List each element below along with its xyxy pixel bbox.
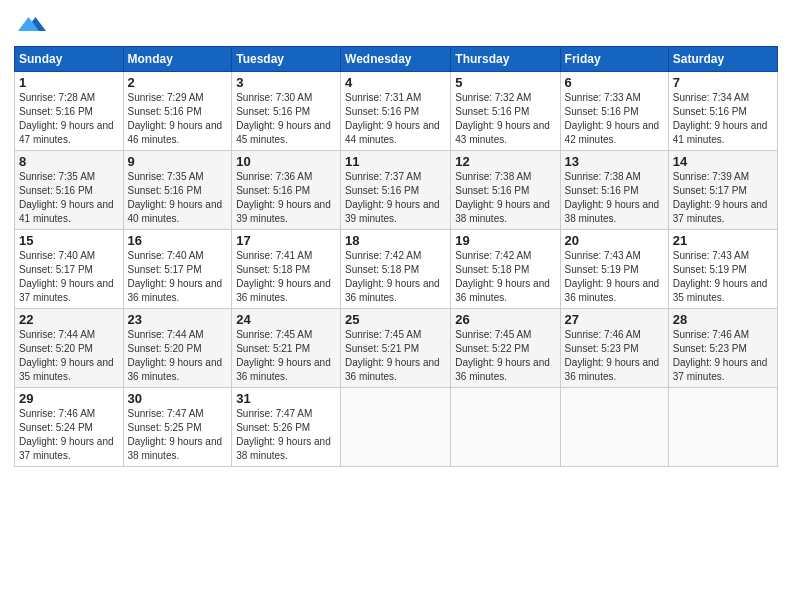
- day-cell: 22Sunrise: 7:44 AMSunset: 5:20 PMDayligh…: [15, 309, 124, 388]
- col-header-wednesday: Wednesday: [341, 47, 451, 72]
- header: [14, 10, 778, 38]
- day-info: Sunrise: 7:46 AMSunset: 5:23 PMDaylight:…: [565, 329, 660, 382]
- day-info: Sunrise: 7:45 AMSunset: 5:22 PMDaylight:…: [455, 329, 550, 382]
- day-number: 3: [236, 75, 336, 90]
- day-info: Sunrise: 7:28 AMSunset: 5:16 PMDaylight:…: [19, 92, 114, 145]
- day-info: Sunrise: 7:37 AMSunset: 5:16 PMDaylight:…: [345, 171, 440, 224]
- day-cell: 24Sunrise: 7:45 AMSunset: 5:21 PMDayligh…: [232, 309, 341, 388]
- empty-cell: [341, 388, 451, 467]
- day-number: 12: [455, 154, 555, 169]
- day-cell: 11Sunrise: 7:37 AMSunset: 5:16 PMDayligh…: [341, 151, 451, 230]
- day-number: 22: [19, 312, 119, 327]
- day-info: Sunrise: 7:38 AMSunset: 5:16 PMDaylight:…: [455, 171, 550, 224]
- logo: [14, 10, 46, 38]
- day-cell: 10Sunrise: 7:36 AMSunset: 5:16 PMDayligh…: [232, 151, 341, 230]
- day-number: 5: [455, 75, 555, 90]
- day-number: 8: [19, 154, 119, 169]
- day-info: Sunrise: 7:29 AMSunset: 5:16 PMDaylight:…: [128, 92, 223, 145]
- day-info: Sunrise: 7:43 AMSunset: 5:19 PMDaylight:…: [565, 250, 660, 303]
- day-info: Sunrise: 7:30 AMSunset: 5:16 PMDaylight:…: [236, 92, 331, 145]
- day-number: 25: [345, 312, 446, 327]
- day-cell: 18Sunrise: 7:42 AMSunset: 5:18 PMDayligh…: [341, 230, 451, 309]
- empty-cell: [560, 388, 668, 467]
- day-info: Sunrise: 7:40 AMSunset: 5:17 PMDaylight:…: [19, 250, 114, 303]
- day-cell: 23Sunrise: 7:44 AMSunset: 5:20 PMDayligh…: [123, 309, 232, 388]
- week-row-3: 22Sunrise: 7:44 AMSunset: 5:20 PMDayligh…: [15, 309, 778, 388]
- day-cell: 25Sunrise: 7:45 AMSunset: 5:21 PMDayligh…: [341, 309, 451, 388]
- day-cell: 31Sunrise: 7:47 AMSunset: 5:26 PMDayligh…: [232, 388, 341, 467]
- day-number: 17: [236, 233, 336, 248]
- day-cell: 16Sunrise: 7:40 AMSunset: 5:17 PMDayligh…: [123, 230, 232, 309]
- day-cell: 19Sunrise: 7:42 AMSunset: 5:18 PMDayligh…: [451, 230, 560, 309]
- day-number: 29: [19, 391, 119, 406]
- day-number: 30: [128, 391, 228, 406]
- calendar-table: SundayMondayTuesdayWednesdayThursdayFrid…: [14, 46, 778, 467]
- day-cell: 2Sunrise: 7:29 AMSunset: 5:16 PMDaylight…: [123, 72, 232, 151]
- day-number: 14: [673, 154, 773, 169]
- day-info: Sunrise: 7:44 AMSunset: 5:20 PMDaylight:…: [128, 329, 223, 382]
- day-cell: 26Sunrise: 7:45 AMSunset: 5:22 PMDayligh…: [451, 309, 560, 388]
- day-number: 20: [565, 233, 664, 248]
- day-info: Sunrise: 7:38 AMSunset: 5:16 PMDaylight:…: [565, 171, 660, 224]
- day-number: 6: [565, 75, 664, 90]
- day-number: 4: [345, 75, 446, 90]
- day-cell: 1Sunrise: 7:28 AMSunset: 5:16 PMDaylight…: [15, 72, 124, 151]
- day-number: 7: [673, 75, 773, 90]
- day-info: Sunrise: 7:44 AMSunset: 5:20 PMDaylight:…: [19, 329, 114, 382]
- day-info: Sunrise: 7:36 AMSunset: 5:16 PMDaylight:…: [236, 171, 331, 224]
- day-number: 28: [673, 312, 773, 327]
- col-header-thursday: Thursday: [451, 47, 560, 72]
- col-header-friday: Friday: [560, 47, 668, 72]
- day-info: Sunrise: 7:47 AMSunset: 5:25 PMDaylight:…: [128, 408, 223, 461]
- day-info: Sunrise: 7:35 AMSunset: 5:16 PMDaylight:…: [19, 171, 114, 224]
- empty-cell: [451, 388, 560, 467]
- day-cell: 20Sunrise: 7:43 AMSunset: 5:19 PMDayligh…: [560, 230, 668, 309]
- day-number: 1: [19, 75, 119, 90]
- day-number: 15: [19, 233, 119, 248]
- empty-cell: [668, 388, 777, 467]
- col-header-saturday: Saturday: [668, 47, 777, 72]
- day-info: Sunrise: 7:40 AMSunset: 5:17 PMDaylight:…: [128, 250, 223, 303]
- day-cell: 13Sunrise: 7:38 AMSunset: 5:16 PMDayligh…: [560, 151, 668, 230]
- day-cell: 28Sunrise: 7:46 AMSunset: 5:23 PMDayligh…: [668, 309, 777, 388]
- day-info: Sunrise: 7:35 AMSunset: 5:16 PMDaylight:…: [128, 171, 223, 224]
- day-cell: 17Sunrise: 7:41 AMSunset: 5:18 PMDayligh…: [232, 230, 341, 309]
- day-number: 24: [236, 312, 336, 327]
- day-cell: 7Sunrise: 7:34 AMSunset: 5:16 PMDaylight…: [668, 72, 777, 151]
- day-info: Sunrise: 7:45 AMSunset: 5:21 PMDaylight:…: [345, 329, 440, 382]
- day-number: 27: [565, 312, 664, 327]
- day-cell: 21Sunrise: 7:43 AMSunset: 5:19 PMDayligh…: [668, 230, 777, 309]
- day-cell: 29Sunrise: 7:46 AMSunset: 5:24 PMDayligh…: [15, 388, 124, 467]
- day-info: Sunrise: 7:46 AMSunset: 5:24 PMDaylight:…: [19, 408, 114, 461]
- day-number: 11: [345, 154, 446, 169]
- day-cell: 15Sunrise: 7:40 AMSunset: 5:17 PMDayligh…: [15, 230, 124, 309]
- col-header-sunday: Sunday: [15, 47, 124, 72]
- day-number: 19: [455, 233, 555, 248]
- day-info: Sunrise: 7:46 AMSunset: 5:23 PMDaylight:…: [673, 329, 768, 382]
- col-header-tuesday: Tuesday: [232, 47, 341, 72]
- day-info: Sunrise: 7:41 AMSunset: 5:18 PMDaylight:…: [236, 250, 331, 303]
- day-cell: 6Sunrise: 7:33 AMSunset: 5:16 PMDaylight…: [560, 72, 668, 151]
- day-number: 21: [673, 233, 773, 248]
- day-cell: 30Sunrise: 7:47 AMSunset: 5:25 PMDayligh…: [123, 388, 232, 467]
- day-number: 26: [455, 312, 555, 327]
- day-number: 9: [128, 154, 228, 169]
- day-cell: 14Sunrise: 7:39 AMSunset: 5:17 PMDayligh…: [668, 151, 777, 230]
- day-info: Sunrise: 7:42 AMSunset: 5:18 PMDaylight:…: [455, 250, 550, 303]
- day-info: Sunrise: 7:43 AMSunset: 5:19 PMDaylight:…: [673, 250, 768, 303]
- week-row-4: 29Sunrise: 7:46 AMSunset: 5:24 PMDayligh…: [15, 388, 778, 467]
- day-info: Sunrise: 7:42 AMSunset: 5:18 PMDaylight:…: [345, 250, 440, 303]
- day-cell: 4Sunrise: 7:31 AMSunset: 5:16 PMDaylight…: [341, 72, 451, 151]
- week-row-1: 8Sunrise: 7:35 AMSunset: 5:16 PMDaylight…: [15, 151, 778, 230]
- day-info: Sunrise: 7:45 AMSunset: 5:21 PMDaylight:…: [236, 329, 331, 382]
- day-cell: 5Sunrise: 7:32 AMSunset: 5:16 PMDaylight…: [451, 72, 560, 151]
- day-cell: 8Sunrise: 7:35 AMSunset: 5:16 PMDaylight…: [15, 151, 124, 230]
- day-info: Sunrise: 7:34 AMSunset: 5:16 PMDaylight:…: [673, 92, 768, 145]
- day-info: Sunrise: 7:33 AMSunset: 5:16 PMDaylight:…: [565, 92, 660, 145]
- day-info: Sunrise: 7:31 AMSunset: 5:16 PMDaylight:…: [345, 92, 440, 145]
- header-row: SundayMondayTuesdayWednesdayThursdayFrid…: [15, 47, 778, 72]
- week-row-2: 15Sunrise: 7:40 AMSunset: 5:17 PMDayligh…: [15, 230, 778, 309]
- day-number: 31: [236, 391, 336, 406]
- col-header-monday: Monday: [123, 47, 232, 72]
- day-number: 18: [345, 233, 446, 248]
